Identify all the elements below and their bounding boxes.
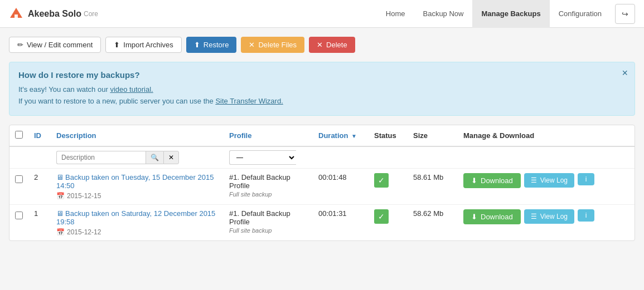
brand: Akeeba Solo Core (9, 7, 98, 21)
header-size: Size (408, 125, 458, 146)
site-transfer-wizard-link[interactable]: Site Transfer Wizard. (215, 97, 283, 105)
download-icon-1: ⬇ (471, 213, 477, 221)
info-button-1[interactable]: i (578, 209, 594, 222)
delete-files-icon: ✕ (249, 41, 255, 49)
info-box-line1: It's easy! You can watch our video tutor… (18, 84, 626, 96)
info-box-title: How do I restore my backups? (18, 70, 626, 80)
nav-manage-backups[interactable]: Manage Backups (472, 0, 549, 28)
delete-button[interactable]: ✕ Delete (309, 37, 355, 53)
backup-link-1[interactable]: 🖥Backup taken on Saturday, 12 December 2… (56, 209, 215, 226)
status-check-1: ✓ (374, 209, 389, 224)
header-description: Description (51, 125, 224, 146)
pencil-icon: ✏ (17, 41, 23, 49)
select-all-checkbox[interactable] (15, 131, 23, 139)
download-icon-2: ⬇ (471, 176, 477, 185)
row-profile-name-2: #1. Default Backup Profile (229, 173, 307, 190)
filter-profile-cell: — (224, 146, 313, 169)
filter-cb-empty (9, 146, 28, 169)
row-profile-type-2: Full site backup (229, 191, 307, 198)
row-duration-1: 00:01:31 (313, 204, 369, 240)
row-size-2: 58.61 Mb (408, 168, 458, 204)
monitor-icon-1: 🖥 (56, 209, 64, 218)
row-manage-1: ⬇ Download ☰ View Log i (458, 204, 635, 240)
header-checkbox-col (9, 125, 28, 146)
description-search-group: 🔍 ✕ (56, 151, 218, 164)
backup-table-container: ID Description Profile Duration ▼ Status… (9, 125, 635, 241)
table-header-row: ID Description Profile Duration ▼ Status… (9, 125, 635, 146)
navbar: Akeeba Solo Core Home Backup Now Manage … (0, 0, 644, 28)
info-box: × How do I restore my backups? It's easy… (9, 62, 635, 116)
duration-sort-icon: ▼ (351, 133, 357, 139)
header-profile: Profile (224, 125, 313, 146)
download-button-1[interactable]: ⬇ Download (463, 209, 521, 224)
description-search-input[interactable] (56, 151, 146, 164)
row-description-2: 🖥Backup taken on Tuesday, 15 December 20… (51, 168, 224, 204)
row-status-1: ✓ (369, 204, 408, 240)
monitor-icon-2: 🖥 (56, 173, 64, 181)
download-button-2[interactable]: ⬇ Download (463, 173, 521, 188)
search-clear-button[interactable]: ✕ (163, 151, 179, 164)
filter-size-empty (408, 146, 458, 169)
table-row: 2 🖥Backup taken on Tuesday, 15 December … (9, 168, 635, 204)
list-icon-1: ☰ (531, 213, 537, 220)
row-id-2: 2 (28, 168, 51, 204)
table-row: 1 🖥Backup taken on Saturday, 12 December… (9, 204, 635, 240)
row-id-1: 1 (28, 204, 51, 240)
header-id: ID (28, 125, 51, 146)
table-filter-row: 🔍 ✕ — (9, 146, 635, 169)
header-duration[interactable]: Duration ▼ (313, 125, 369, 146)
search-button[interactable]: 🔍 (146, 151, 163, 164)
restore-icon: ⬆ (194, 41, 200, 49)
info-icon-1: i (585, 212, 587, 219)
import-archives-button[interactable]: ⬆ Import Archives (105, 37, 182, 53)
toolbar: ✏ View / Edit comment ⬆ Import Archives … (9, 37, 635, 53)
delete-files-button[interactable]: ✕ Delete Files (241, 37, 304, 53)
view-log-button-1[interactable]: ☰ View Log (524, 209, 574, 224)
filter-manage-empty (458, 146, 635, 169)
info-box-close-button[interactable]: × (622, 68, 628, 78)
view-edit-comment-button[interactable]: ✏ View / Edit comment (9, 37, 101, 53)
view-log-button-2[interactable]: ☰ View Log (524, 173, 574, 188)
info-icon-2: i (585, 175, 587, 183)
row-profile-type-1: Full site backup (229, 227, 307, 234)
view-edit-comment-label: View / Edit comment (27, 41, 93, 49)
row-checkbox-1[interactable] (15, 212, 23, 219)
delete-files-label: Delete Files (258, 41, 297, 49)
logout-icon: ↪ (622, 9, 628, 18)
svg-rect-1 (14, 14, 18, 18)
filter-status-empty (369, 146, 408, 169)
row-checkbox-cell (9, 168, 28, 204)
filter-duration-empty (313, 146, 369, 169)
video-tutorial-link[interactable]: video tutorial. (110, 85, 153, 94)
import-archives-label: Import Archives (123, 41, 173, 49)
row-size-1: 58.62 Mb (408, 204, 458, 240)
page-content: ✏ View / Edit comment ⬆ Import Archives … (0, 28, 644, 250)
profile-select-group: — (229, 150, 307, 165)
list-icon-2: ☰ (531, 176, 537, 184)
row-date-1: 2015-12-12 (67, 228, 101, 236)
row-meta-2: 📅 2015-12-15 (56, 192, 218, 200)
row-checkbox-cell (9, 204, 28, 240)
filter-description-cell: 🔍 ✕ (51, 146, 224, 169)
row-checkbox-2[interactable] (15, 175, 23, 183)
akeeba-logo (9, 7, 23, 21)
status-check-2: ✓ (374, 173, 389, 188)
restore-button[interactable]: ⬆ Restore (186, 37, 237, 53)
header-status: Status (369, 125, 408, 146)
logout-button[interactable]: ↪ (615, 4, 635, 24)
restore-label: Restore (204, 41, 229, 49)
delete-label: Delete (326, 41, 347, 49)
row-profile-2: #1. Default Backup Profile Full site bac… (224, 168, 313, 204)
nav-backup-now[interactable]: Backup Now (414, 0, 472, 28)
row-date-2: 2015-12-15 (67, 192, 101, 200)
nav-configuration[interactable]: Configuration (550, 0, 611, 28)
row-manage-2: ⬇ Download ☰ View Log i (458, 168, 635, 204)
row-duration-2: 00:01:48 (313, 168, 369, 204)
profile-dropdown[interactable]: — (229, 150, 296, 165)
app-name: Akeeba Solo (28, 9, 81, 19)
row-profile-name-1: #1. Default Backup Profile (229, 209, 307, 226)
info-button-2[interactable]: i (578, 173, 594, 185)
delete-icon: ✕ (317, 41, 323, 49)
nav-home[interactable]: Home (377, 0, 414, 28)
backup-link-2[interactable]: 🖥Backup taken on Tuesday, 15 December 20… (56, 173, 214, 190)
